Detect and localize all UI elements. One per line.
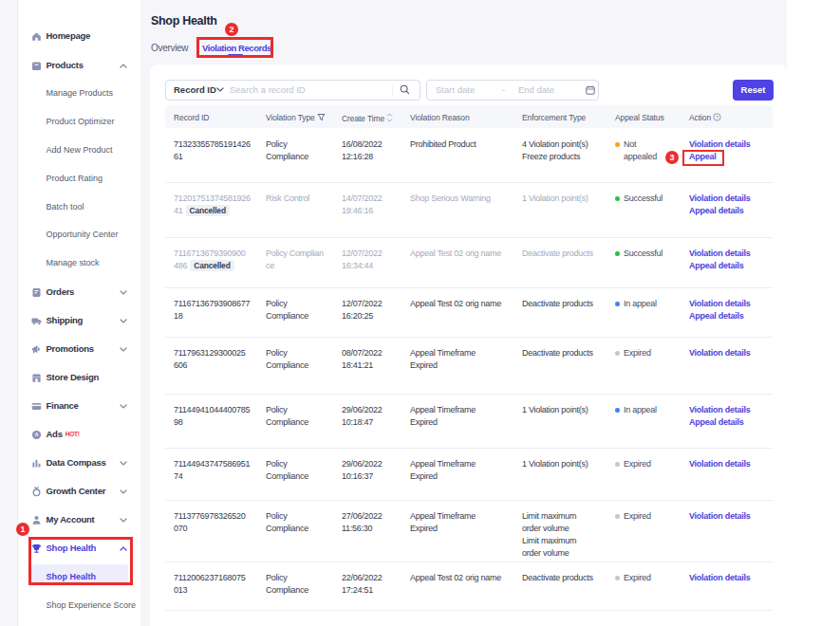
- svg-text:?: ?: [716, 115, 719, 120]
- svg-text:A: A: [35, 432, 39, 437]
